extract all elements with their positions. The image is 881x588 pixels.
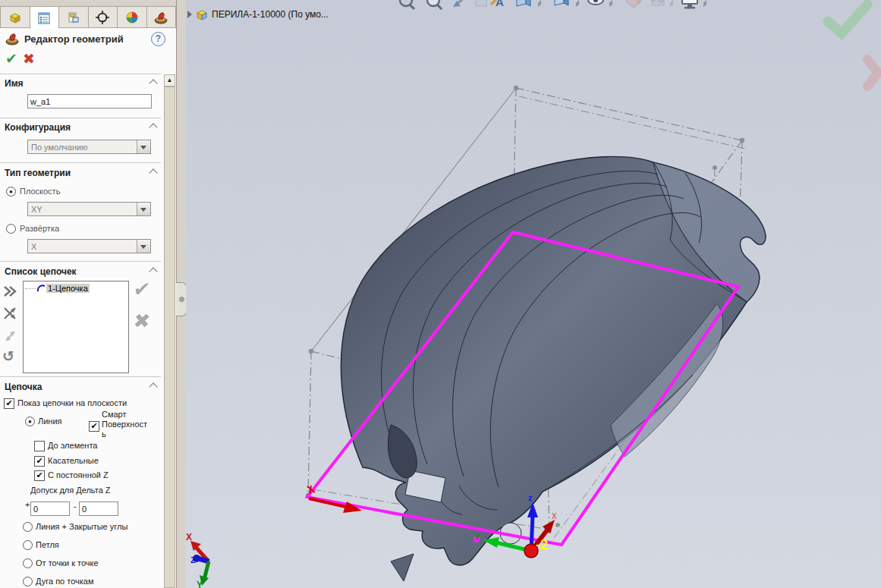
plane-dropdown[interactable]: XY [27, 202, 151, 216]
line-radio-label[interactable]: Линия [38, 417, 62, 426]
cancel-button[interactable]: ✖ [23, 50, 35, 68]
smart-surface-label[interactable]: Смарт Поверхность [102, 410, 150, 437]
help-icon[interactable]: ? [151, 32, 165, 46]
apply-scene-icon[interactable] [652, 0, 673, 7]
tab-featuremanager[interactable] [0, 6, 30, 27]
point-to-point-radio[interactable] [23, 558, 33, 568]
axis-x-label: X [552, 512, 557, 520]
confirmation-corner [820, 0, 881, 110]
confirm-cancel-icon[interactable] [867, 59, 878, 86]
unfold-radio-label[interactable]: Развёртка [20, 224, 59, 233]
zoom-area-icon[interactable] [427, 0, 442, 9]
part-icon [8, 10, 23, 25]
minus-label: - [74, 502, 77, 511]
plane-radio-label[interactable]: Плоскость [20, 187, 60, 196]
manager-tabstrip [0, 0, 176, 28]
chain-listbox[interactable]: 1-Цепочка [23, 281, 129, 373]
configuration-icon [66, 10, 81, 25]
arc-by-points-radio[interactable] [23, 577, 33, 586]
view-settings-icon[interactable] [682, 0, 706, 9]
confirm-row: ✔ ✖ [0, 49, 176, 73]
section-config-header[interactable]: Конфигурация [5, 122, 153, 133]
tab-geometry-editor-addin[interactable] [146, 6, 177, 27]
panel-title: Редактор геометрий [24, 33, 124, 45]
triad-x-label: X [186, 532, 192, 542]
tab-configurationmanager[interactable] [58, 6, 88, 27]
origin-coordinate-label: -2 [536, 537, 548, 552]
annotation-icon[interactable]: A [491, 0, 504, 8]
name-input[interactable] [27, 94, 152, 108]
plane-radio[interactable]: ● [6, 187, 16, 197]
section-geomtype-header[interactable]: Тип геометрии [5, 168, 153, 178]
view-orientation-triad: X Z Y [186, 532, 209, 588]
line-corners-label[interactable]: Линия + Закрытые углы [36, 522, 127, 531]
propagate-chain-icon[interactable] [2, 282, 19, 299]
dropdown-arrow-icon[interactable] [137, 203, 150, 215]
flyout-feature-tree[interactable]: ПЕРИЛА-1-10000 (По умо... [187, 8, 329, 21]
section-name-header[interactable]: Имя [5, 78, 153, 89]
ok-button[interactable]: ✔ [5, 50, 17, 68]
section-chain-header[interactable]: Цепочка [5, 382, 153, 392]
loop-label[interactable]: Петля [36, 540, 59, 549]
section-view-icon[interactable] [476, 0, 486, 6]
splitter-handle[interactable] [176, 282, 187, 316]
addin-icon [153, 10, 168, 25]
edit-appearance-icon[interactable] [626, 0, 644, 8]
tab-propertymanager[interactable] [30, 6, 59, 29]
triad-y-label: Y [197, 580, 203, 588]
point-to-point-label[interactable]: От точки к точке [36, 558, 99, 568]
line-corners-radio[interactable] [23, 522, 33, 532]
line-radio[interactable]: ● [25, 417, 35, 426]
apply-chain-icon[interactable]: ✔ [132, 278, 152, 301]
solidworks-window: Редактор геометрий ? ✔ ✖ Имя Конфигураци… [0, 0, 881, 588]
to-element-checkbox[interactable] [34, 441, 45, 451]
arc-by-points-label[interactable]: Дуга по точкам [36, 577, 94, 586]
part-icon [195, 8, 209, 21]
hide-show-items-icon[interactable] [588, 0, 612, 7]
dropdown-arrow-icon[interactable] [137, 240, 150, 253]
graphics-viewport[interactable]: z Y X -2 X Z Y [186, 0, 881, 588]
axis-z-label: z [528, 493, 533, 502]
tree-expand-icon[interactable] [187, 11, 192, 18]
panel-scrollbar[interactable]: ▲ [164, 74, 175, 588]
const-z-label[interactable]: С постоянной Z [48, 470, 109, 480]
geometry-editor-icon [5, 31, 20, 46]
show-chain-label[interactable]: Показ цепочки на плоскости [17, 398, 127, 407]
tangent-checkbox[interactable]: ✔ [34, 456, 45, 467]
panel-header: Редактор геометрий ? [0, 29, 176, 49]
const-z-checkbox[interactable]: ✔ [34, 470, 45, 481]
swap-direction-icon[interactable] [2, 305, 19, 322]
scrollbar-thumb[interactable] [164, 86, 175, 588]
display-style-icon[interactable] [555, 0, 579, 7]
tangent-label[interactable]: Касательные [48, 456, 99, 465]
crosshair-icon [95, 10, 110, 25]
section-chainlist-header[interactable]: Список цепочек [5, 266, 153, 277]
show-chain-checkbox[interactable]: ✔ [4, 398, 14, 409]
svg-text:A: A [496, 0, 504, 8]
scroll-up-icon[interactable]: ▲ [164, 74, 175, 86]
axis-y-label: Y [474, 533, 480, 542]
headsup-toolbar: A [397, 0, 716, 17]
chain-curve-icon [36, 284, 46, 293]
display-sphere-icon [124, 10, 140, 25]
confirm-ok-icon[interactable] [828, 5, 867, 33]
zoom-fit-icon[interactable] [400, 0, 414, 9]
loop-radio[interactable] [23, 540, 33, 550]
tolerance-minus-input[interactable] [79, 502, 118, 516]
configuration-dropdown[interactable]: По умолчанию [27, 140, 151, 154]
reverse-chain-icon[interactable] [2, 328, 19, 344]
smart-surface-checkbox[interactable]: ✔ [89, 421, 99, 432]
view-orientation-icon[interactable] [517, 0, 541, 7]
undo-icon[interactable]: ↺ [2, 347, 19, 364]
tab-dimxpertmanager[interactable] [88, 6, 118, 27]
delete-chain-icon[interactable]: ✖ [132, 310, 152, 333]
to-element-label[interactable]: До элемента [48, 441, 97, 450]
tolerance-plus-input[interactable] [30, 502, 70, 516]
unfold-radio[interactable] [6, 224, 16, 234]
tree-item-label[interactable]: ПЕРИЛА-1-10000 (По умо... [212, 9, 329, 20]
unfold-dropdown[interactable]: X [27, 239, 151, 253]
list-item[interactable]: 1-Цепочка [25, 284, 90, 293]
tab-displaymanager[interactable] [117, 6, 146, 27]
previous-view-icon[interactable] [453, 0, 465, 7]
dropdown-arrow-icon[interactable] [137, 140, 150, 153]
